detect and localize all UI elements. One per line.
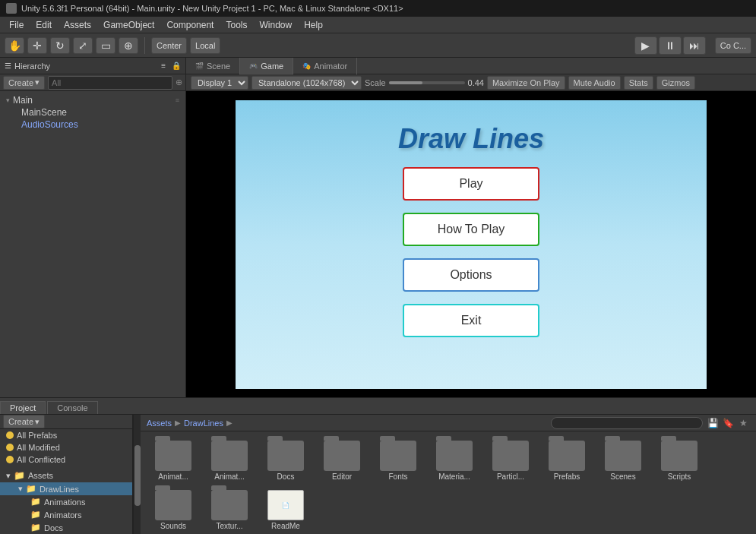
assets-arrow-icon: ▾ (6, 471, 11, 481)
project-item-9[interactable]: Scripts (653, 438, 706, 484)
hierarchy-search-input[interactable] (48, 76, 172, 90)
step-button[interactable]: ⏭ (683, 36, 706, 55)
center-panel: 🎬 Scene 🎮 Game 🎭 Animator Display 1 Stan… (186, 58, 756, 397)
project-save-icon[interactable]: 💾 (706, 416, 720, 430)
maximize-on-play-button[interactable]: Maximize On Play (487, 76, 565, 90)
project-item-5[interactable]: Materia... (428, 438, 481, 484)
project-item-11[interactable]: Textur... (203, 487, 256, 533)
resolution-select[interactable]: Standalone (1024x768) (251, 76, 362, 90)
menu-tools[interactable]: Tools (220, 18, 253, 32)
drawlines-folder-icon: 📁 (26, 484, 36, 494)
project-item-7[interactable]: Prefabs (540, 438, 593, 484)
search-dot-icon-2 (6, 444, 14, 451)
project-main: Assets ▶ DrawLines ▶ 💾 🔖 ★ Animat... Ani… (141, 415, 756, 534)
tab-console[interactable]: Console (47, 401, 97, 414)
file-name-12: ReadMe (271, 522, 300, 530)
tab-project[interactable]: Project (0, 401, 46, 414)
menu-help[interactable]: Help (298, 18, 329, 32)
project-item-6[interactable]: Particl... (484, 438, 537, 484)
stats-button[interactable]: Stats (624, 76, 653, 90)
options-button[interactable]: Options (403, 258, 539, 292)
project-item-2[interactable]: Docs (259, 438, 312, 484)
project-item-3[interactable]: Editor (315, 438, 369, 484)
sidebar-animators[interactable]: 📁 Animators (0, 508, 132, 521)
menu-gameobject[interactable]: GameObject (97, 18, 160, 32)
sidebar-docs[interactable]: 📁 Docs (0, 521, 132, 534)
project-item-8[interactable]: Scenes (596, 438, 650, 484)
scroll-thumb[interactable] (134, 445, 141, 506)
project-star-icon[interactable]: ★ (736, 416, 750, 430)
project-item-1[interactable]: Animat... (203, 438, 256, 484)
project-item-10[interactable]: Sounds (147, 487, 200, 533)
rotate-tool[interactable]: ↻ (50, 37, 70, 54)
hand-tool[interactable]: ✋ (5, 37, 24, 54)
collab-button[interactable]: Co C... (715, 37, 751, 54)
pause-button[interactable]: ⏸ (659, 36, 682, 55)
how-to-play-button[interactable]: How To Play (403, 213, 539, 246)
hierarchy-content: ▾ Main ≡ MainScene AudioSources (0, 91, 185, 397)
menu-file[interactable]: File (3, 18, 30, 32)
menu-window[interactable]: Window (253, 18, 298, 32)
hierarchy-filter-icon[interactable]: ⊕ (176, 77, 182, 87)
sidebar-scrollbar[interactable] (133, 415, 141, 534)
tab-animator[interactable]: 🎭 Animator (293, 58, 357, 74)
local-button[interactable]: Local (190, 37, 220, 54)
tab-scene[interactable]: 🎬 Scene (186, 58, 240, 74)
sidebar-all-modified[interactable]: All Modified (0, 441, 132, 453)
project-sidebar: Create ▾ All Prefabs All Modified All Co… (0, 415, 133, 534)
exit-button[interactable]: Exit (403, 304, 539, 337)
hierarchy-item-main[interactable]: ▾ Main ≡ (0, 94, 185, 106)
sidebar-all-conflicted[interactable]: All Conflicted (0, 453, 132, 466)
move-tool[interactable]: ✛ (27, 37, 47, 54)
gizmos-button[interactable]: Gizmos (656, 76, 695, 90)
folder-icon-big-3 (324, 441, 360, 471)
folder-icon-big-10 (155, 490, 191, 520)
transform-tool[interactable]: ⊕ (119, 37, 138, 54)
hierarchy-lock[interactable]: 🔒 (172, 62, 181, 70)
tab-game[interactable]: 🎮 Game (240, 58, 293, 74)
hierarchy-title: Hierarchy (14, 62, 50, 71)
docs-folder-icon: 📁 (30, 523, 41, 532)
project-search-input[interactable] (551, 417, 703, 429)
path-arrow-1: ▶ (175, 419, 181, 427)
scale-tool[interactable]: ⤢ (73, 37, 93, 54)
folder-name-4: Fonts (388, 472, 407, 481)
hierarchy-item-mainscene[interactable]: MainScene (0, 106, 185, 118)
sidebar-all-prefabs[interactable]: All Prefabs (0, 429, 132, 441)
assets-folder-icon: 📁 (14, 470, 25, 481)
project-item-4[interactable]: Fonts (372, 438, 425, 484)
mute-audio-button[interactable]: Mute Audio (568, 76, 621, 90)
hierarchy-panel: ☰ Hierarchy ≡ 🔒 Create ▾ ⊕ ▾ Main ≡ Main… (0, 58, 186, 397)
project-bookmark-icon[interactable]: 🔖 (721, 416, 735, 430)
project-toolbar: Create ▾ (0, 415, 132, 429)
folder-icon-big-2 (267, 441, 304, 471)
rect-tool[interactable]: ▭ (96, 37, 115, 54)
menu-edit[interactable]: Edit (30, 18, 58, 32)
hierarchy-menu[interactable]: ≡ (161, 62, 166, 70)
hierarchy-expand-icon: ≡ (176, 96, 179, 104)
sidebar-drawlines[interactable]: ▾ 📁 DrawLines (0, 482, 132, 495)
folder-icon-big-11 (211, 490, 248, 520)
folder-icon-big-0 (155, 441, 191, 471)
hierarchy-item-audiosources[interactable]: AudioSources (0, 118, 185, 131)
play-game-button[interactable]: Play (403, 167, 539, 201)
drawlines-arrow-icon: ▾ (18, 484, 23, 494)
path-drawlines[interactable]: DrawLines (184, 419, 223, 428)
folder-icon-big-1 (211, 441, 248, 471)
project-item-0[interactable]: Animat... (147, 438, 200, 484)
sidebar-assets[interactable]: ▾ 📁 Assets (0, 469, 132, 482)
folder-icon-big-6 (492, 441, 529, 471)
folder-name-5: Materia... (438, 472, 470, 481)
play-button[interactable]: ▶ (634, 36, 657, 55)
menu-component[interactable]: Component (160, 18, 220, 32)
scale-slider[interactable] (389, 81, 465, 84)
title-text: Unity 5.6.3f1 Personal (64bit) - Main.un… (21, 4, 403, 13)
project-item-12[interactable]: 📄 ReadMe (259, 487, 312, 533)
sidebar-animations[interactable]: 📁 Animations (0, 495, 132, 508)
project-create-button[interactable]: Create ▾ (3, 415, 45, 428)
center-button[interactable]: Center (151, 37, 187, 54)
menu-assets[interactable]: Assets (58, 18, 97, 32)
path-assets[interactable]: Assets (147, 419, 172, 428)
hierarchy-create-button[interactable]: Create ▾ (3, 76, 45, 90)
display-select[interactable]: Display 1 (191, 76, 248, 90)
